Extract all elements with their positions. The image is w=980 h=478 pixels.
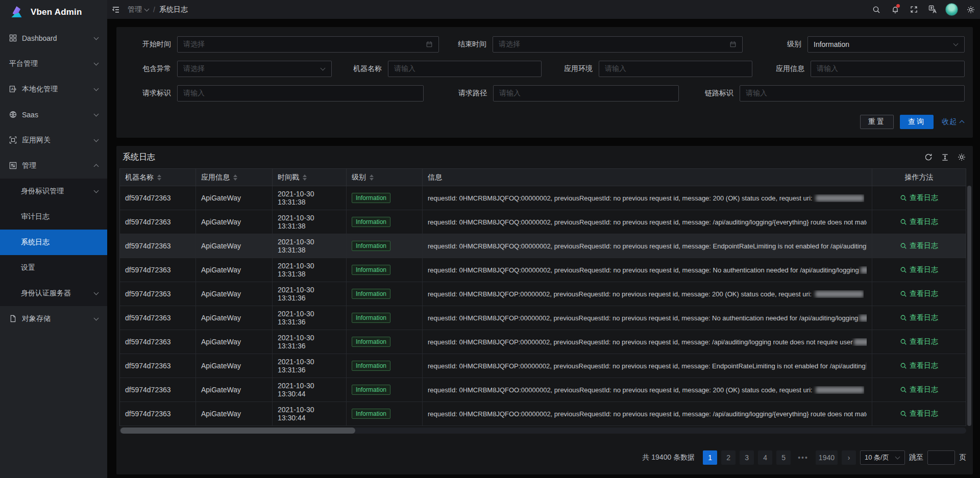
page-button-1[interactable]: 1 (703, 450, 717, 465)
cell-actions: 查看日志 (872, 306, 966, 330)
view-log-link[interactable]: 查看日志 (900, 385, 938, 394)
translate-icon[interactable] (923, 0, 942, 19)
page-button-4[interactable]: 4 (758, 450, 772, 465)
cell-actions: 查看日志 (872, 378, 966, 401)
sidebar-item-identity[interactable]: 身份标识管理 (0, 179, 107, 204)
level-select[interactable]: Information (807, 36, 965, 53)
page-size-select[interactable]: 10 条/页 (860, 450, 905, 465)
user-avatar[interactable] (942, 0, 961, 19)
sidebar-item-object-storage[interactable]: 对象存储 (0, 306, 107, 332)
search-button[interactable]: 查询 (900, 115, 934, 129)
level-label: 级别 (785, 40, 807, 49)
view-log-link[interactable]: 查看日志 (900, 241, 938, 250)
magnifier-icon (900, 218, 907, 225)
view-log-link[interactable]: 查看日志 (900, 361, 938, 370)
sidebar-item-label: 设置 (21, 263, 35, 272)
has-exception-select[interactable]: 请选择 (177, 61, 332, 77)
view-log-link[interactable]: 查看日志 (900, 409, 938, 418)
view-log-link[interactable]: 查看日志 (900, 265, 938, 274)
manage-icon (9, 162, 17, 170)
table-body: df5974d72363 ApiGateWay 2021-10-30 13:31… (120, 186, 966, 426)
page-button-3[interactable]: 3 (740, 450, 754, 465)
breadcrumb-parent[interactable]: 管理 (128, 5, 149, 14)
sidebar-item-dashboard[interactable]: Dashboard (0, 26, 107, 51)
refresh-icon[interactable] (924, 153, 933, 161)
machine-name-input[interactable]: 请输入 (388, 61, 542, 77)
column-header-level[interactable]: 级别 (347, 169, 423, 186)
start-time-input[interactable]: 请选择 (177, 36, 439, 53)
magnifier-icon (900, 338, 907, 345)
jump-to-label: 跳至 (909, 453, 923, 462)
column-header-machine[interactable]: 机器名称 (120, 169, 196, 186)
sidebar-item-gateway[interactable]: 应用网关 (0, 128, 107, 153)
sidebar-item-label: 应用网关 (22, 136, 51, 145)
sidebar-item-label: Saas (22, 111, 38, 119)
sidebar-item-platform[interactable]: 平台管理 (0, 51, 107, 77)
sort-icon[interactable] (157, 174, 161, 181)
cell-machine-name: df5974d72363 (120, 330, 196, 354)
cell-machine-name: df5974d72363 (120, 402, 196, 425)
next-page-button[interactable]: › (842, 450, 856, 465)
cell-app-info: ApiGateWay (196, 330, 273, 354)
column-header-timestamp[interactable]: 时间戳 (273, 169, 347, 186)
chevron-up-icon (94, 163, 99, 168)
cell-message: requestId: 0HMCRBM8JQFOP:00000002, previ… (423, 330, 872, 354)
cell-app-info: ApiGateWay (196, 402, 273, 425)
magnifier-icon (900, 290, 907, 297)
jump-page-input[interactable] (927, 450, 955, 465)
chevron-down-icon (94, 112, 99, 117)
level-badge: Information (352, 361, 390, 371)
table-row: df5974d72363 ApiGateWay 2021-10-30 13:30… (120, 378, 966, 402)
cell-machine-name: df5974d72363 (120, 186, 196, 210)
sort-icon[interactable] (233, 174, 237, 181)
search-icon[interactable] (867, 0, 886, 19)
horizontal-scrollbar-thumb[interactable] (120, 427, 355, 434)
breadcrumb-separator: / (153, 6, 155, 14)
view-log-link[interactable]: 查看日志 (900, 289, 938, 298)
cell-app-info: ApiGateWay (196, 234, 273, 258)
view-log-link[interactable]: 查看日志 (900, 193, 938, 203)
collapse-filter-link[interactable]: 收起 (942, 117, 965, 127)
end-time-input[interactable]: 请选择 (493, 36, 743, 53)
cell-timestamp: 2021-10-30 13:31:36 (273, 282, 347, 306)
sidebar-item-manage[interactable]: 管理 (0, 153, 107, 179)
reset-button[interactable]: 重置 (860, 115, 894, 129)
vertical-scrollbar[interactable] (967, 186, 971, 426)
sidebar-item-label: 身份标识管理 (21, 187, 64, 196)
column-header-app[interactable]: 应用信息 (196, 169, 273, 186)
request-id-input[interactable]: 请输入 (177, 85, 424, 102)
app-info-input[interactable]: 请输入 (811, 61, 965, 77)
filter-row-2: 包含异常 请选择 机器名称 请输入 应用环境 请输入 应用信息 请输入 (122, 61, 973, 77)
sort-icon[interactable] (303, 174, 307, 181)
request-path-input[interactable]: 请输入 (493, 85, 679, 102)
view-log-link[interactable]: 查看日志 (900, 217, 938, 227)
notification-bell-icon[interactable] (886, 0, 904, 19)
trace-id-input[interactable]: 请输入 (740, 85, 965, 102)
sidebar-item-system-log[interactable]: 系统日志 (0, 230, 107, 255)
cell-machine-name: df5974d72363 (120, 354, 196, 378)
view-log-link[interactable]: 查看日志 (900, 313, 938, 322)
page-button-2[interactable]: 2 (721, 450, 736, 465)
sidebar-item-localization[interactable]: A本地化管理 (0, 77, 107, 102)
app-logo[interactable]: Vben Admin (0, 0, 107, 24)
cell-actions: 查看日志 (872, 258, 966, 282)
sort-icon[interactable] (370, 174, 374, 181)
sidebar-item-settings[interactable]: 设置 (0, 255, 107, 281)
column-settings-icon[interactable] (958, 153, 966, 161)
page-button-5[interactable]: 5 (776, 450, 791, 465)
settings-gear-icon[interactable] (961, 0, 980, 19)
table-row: df5974d72363 ApiGateWay 2021-10-30 13:31… (120, 330, 966, 354)
chevron-down-icon (94, 61, 99, 66)
page-button-1940[interactable]: 1940 (816, 450, 838, 465)
fullscreen-icon[interactable] (904, 0, 923, 19)
menu-fold-icon[interactable] (107, 0, 125, 19)
table-row: df5974d72363 ApiGateWay 2021-10-30 13:31… (120, 258, 966, 282)
chevron-down-icon (94, 316, 99, 321)
row-height-icon[interactable] (941, 154, 949, 161)
view-log-link[interactable]: 查看日志 (900, 337, 938, 346)
sidebar-item-audit-log[interactable]: 审计日志 (0, 204, 107, 230)
cell-level: Information (347, 330, 423, 354)
sidebar-item-saas[interactable]: Saas (0, 102, 107, 128)
app-env-input[interactable]: 请输入 (599, 61, 752, 77)
sidebar-item-auth-server[interactable]: 身份认证服务器 (0, 281, 107, 306)
